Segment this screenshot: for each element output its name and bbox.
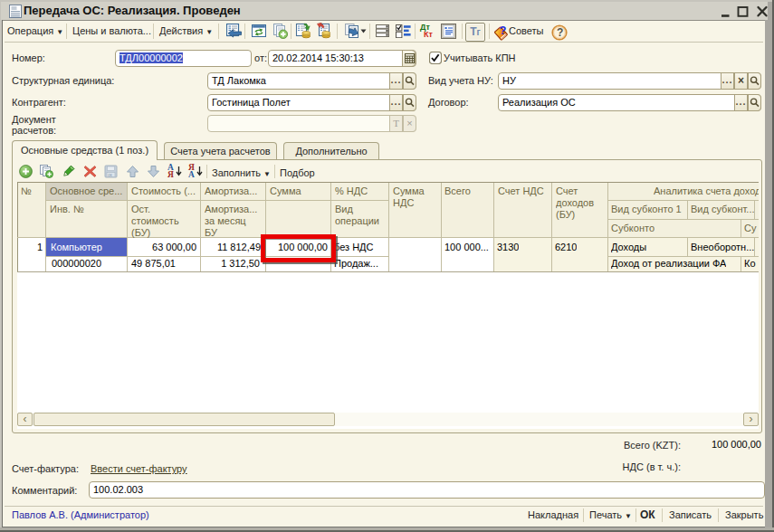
svg-text:?: ? [500,24,507,37]
svg-text:?: ? [557,26,563,39]
